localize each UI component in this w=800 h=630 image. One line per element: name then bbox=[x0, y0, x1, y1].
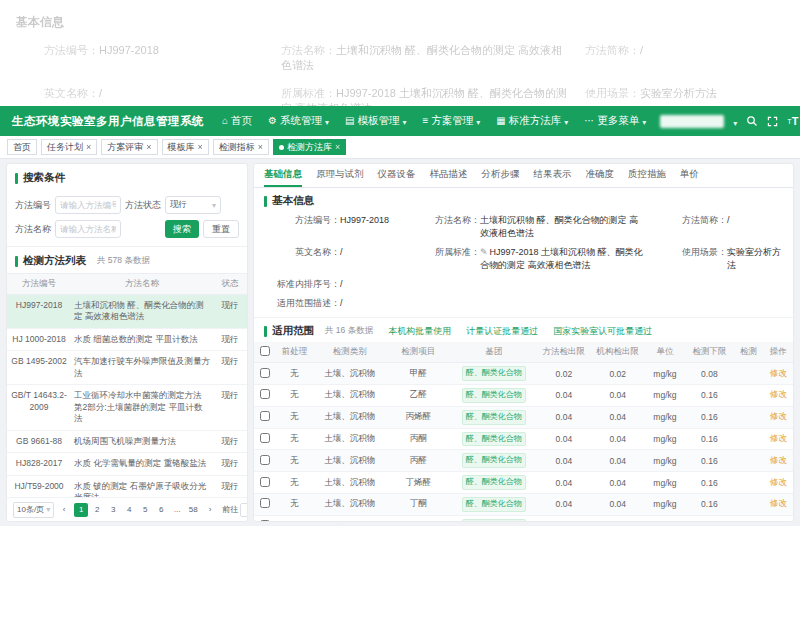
detect-cell bbox=[734, 428, 764, 450]
view-tab-label: 任务计划 bbox=[47, 141, 83, 154]
prev-page-button[interactable] bbox=[57, 503, 71, 517]
nav-menu-item[interactable]: ⋯ 更多菜单 bbox=[584, 114, 646, 128]
row-checkbox[interactable] bbox=[260, 498, 270, 508]
pagination: 10条/页 1 2 3 4 5 bbox=[7, 497, 247, 521]
batch-cma-link[interactable]: 计量认证批量通过 bbox=[466, 325, 538, 338]
group-cell: 醛、酮类化合物 bbox=[451, 450, 537, 472]
method-limit-cell: 0.04 bbox=[537, 494, 591, 516]
page-button[interactable]: 5 bbox=[138, 503, 152, 517]
fullscreen-icon[interactable] bbox=[767, 116, 778, 127]
method-name-label: 方法名称 bbox=[15, 223, 51, 236]
method-row[interactable]: GB 9661-88 机场周围飞机噪声测量方法 现行 bbox=[7, 431, 247, 453]
detail-tab[interactable]: 单价 bbox=[680, 164, 699, 187]
detail-tab[interactable]: 基础信息 bbox=[264, 164, 302, 187]
row-checkbox[interactable] bbox=[260, 477, 270, 487]
edit-link[interactable]: 修改 bbox=[770, 411, 787, 421]
method-status: 现行 bbox=[213, 476, 247, 497]
username-redacted[interactable] bbox=[660, 115, 724, 128]
method-code-input[interactable] bbox=[55, 196, 121, 214]
page-button[interactable]: 1 bbox=[74, 503, 88, 517]
detail-tab[interactable]: 分析步骤 bbox=[482, 164, 520, 187]
close-icon[interactable] bbox=[198, 142, 203, 152]
method-row[interactable]: HJ828-2017 水质 化学需氧量的测定 重铬酸盐法 现行 bbox=[7, 453, 247, 475]
batch-use-link[interactable]: 本机构批量使用 bbox=[388, 325, 451, 338]
edit-link[interactable]: 修改 bbox=[770, 498, 787, 508]
view-tab[interactable]: 方案评审 bbox=[101, 139, 157, 155]
view-tab[interactable]: 检测方法库 bbox=[273, 139, 346, 155]
detail-tab[interactable]: 仪器设备 bbox=[378, 164, 416, 187]
unit-cell: mg/kg bbox=[645, 428, 685, 450]
method-limit-cell: 0.04 bbox=[537, 450, 591, 472]
select-all-checkbox[interactable] bbox=[260, 346, 270, 356]
view-tab[interactable]: 检测指标 bbox=[213, 139, 269, 155]
page-button[interactable]: 58 bbox=[186, 503, 200, 517]
edit-link[interactable]: 修改 bbox=[770, 368, 787, 378]
close-icon[interactable] bbox=[335, 142, 340, 152]
item-cell: 乙醛 bbox=[386, 385, 451, 407]
row-checkbox[interactable] bbox=[260, 411, 270, 421]
method-row[interactable]: GB/T 14643.2-2009 工业循环冷却水中菌藻的测定方法 第2部分:土… bbox=[7, 385, 247, 430]
row-checkbox[interactable] bbox=[260, 389, 270, 399]
detail-tab[interactable]: 质控措施 bbox=[628, 164, 666, 187]
method-list-count: 共 578 条数据 bbox=[97, 255, 150, 267]
edit-link[interactable]: 修改 bbox=[770, 433, 787, 443]
detail-tab[interactable]: 准确度 bbox=[586, 164, 615, 187]
close-icon[interactable] bbox=[258, 142, 263, 152]
column-header: 前处理 bbox=[276, 342, 314, 363]
page-button[interactable]: 4 bbox=[122, 503, 136, 517]
goto-page-input[interactable] bbox=[240, 503, 248, 517]
group-cell: 醛、酮类化合物 bbox=[451, 363, 537, 385]
method-name-input[interactable] bbox=[55, 220, 121, 238]
action-cell: 修改 bbox=[763, 450, 793, 472]
detect-cell bbox=[734, 494, 764, 516]
page-button[interactable]: 2 bbox=[90, 503, 104, 517]
search-button[interactable]: 搜索 bbox=[165, 220, 199, 238]
item-cell: 丙酮 bbox=[386, 428, 451, 450]
row-checkbox[interactable] bbox=[260, 455, 270, 465]
item-cell: 丁烯醛 bbox=[386, 472, 451, 494]
edit-link[interactable]: 修改 bbox=[770, 477, 787, 487]
edit-link[interactable]: 修改 bbox=[770, 520, 787, 522]
edit-link[interactable]: 修改 bbox=[770, 455, 787, 465]
nav-menu-item[interactable]: ⚙ 系统管理 bbox=[268, 114, 329, 128]
column-header: 机构检出限 bbox=[591, 342, 645, 363]
nav-menu-item[interactable]: ⌂ 首页 bbox=[222, 114, 252, 128]
nav-menu-item[interactable]: ▤ 模板管理 bbox=[345, 114, 406, 128]
action-cell: 修改 bbox=[763, 515, 793, 522]
org-limit-cell: 0.04 bbox=[591, 428, 645, 450]
view-tab[interactable]: 首页 bbox=[7, 139, 37, 155]
nav-menu-item[interactable]: ▦ 标准方法库 bbox=[496, 114, 568, 128]
view-tab[interactable]: 任务计划 bbox=[41, 139, 97, 155]
row-checkbox[interactable] bbox=[260, 520, 270, 522]
page-button[interactable]: ... bbox=[170, 503, 184, 517]
pretreatment-cell: 无 bbox=[276, 472, 314, 494]
detail-tab[interactable]: 原理与试剂 bbox=[316, 164, 364, 187]
method-row[interactable]: HJ997-2018 土壤和沉积物 醛、酮类化合物的测定 高效液相色谱法 现行 bbox=[7, 295, 247, 329]
method-code: HJ 1000-2018 bbox=[7, 329, 71, 350]
font-size-icon[interactable] bbox=[787, 115, 798, 127]
view-tab[interactable]: 模板库 bbox=[162, 139, 209, 155]
page-button[interactable]: 3 bbox=[106, 503, 120, 517]
method-name: 工业循环冷却水中菌藻的测定方法 第2部分:土壤菌群的测定 平皿计数法 bbox=[71, 385, 213, 429]
method-row[interactable]: HJ/T59-2000 水质 铍的测定 石墨炉原子吸收分光光度法 现行 bbox=[7, 476, 247, 497]
method-list-header: 检测方法列表 共 578 条数据 bbox=[7, 247, 247, 273]
detail-tab[interactable]: 结果表示 bbox=[534, 164, 572, 187]
search-icon[interactable] bbox=[746, 115, 758, 127]
edit-link[interactable]: 修改 bbox=[770, 389, 787, 399]
next-page-button[interactable] bbox=[203, 503, 217, 517]
close-icon[interactable] bbox=[146, 142, 151, 152]
row-checkbox[interactable] bbox=[260, 368, 270, 378]
nav-menu-item[interactable]: ≡ 方案管理 bbox=[423, 114, 481, 128]
method-row[interactable]: GB 1495-2002 汽车加速行驶车外噪声限值及测量方法 现行 bbox=[7, 351, 247, 385]
page-button[interactable]: 6 bbox=[154, 503, 168, 517]
method-row[interactable]: HJ 1000-2018 水质 细菌总数的测定 平皿计数法 现行 bbox=[7, 329, 247, 351]
detail-tab[interactable]: 样品描述 bbox=[430, 164, 468, 187]
method-status-select[interactable]: 现行 bbox=[165, 196, 221, 214]
close-icon[interactable] bbox=[86, 142, 91, 152]
batch-cnas-link[interactable]: 国家实验室认可批量通过 bbox=[553, 325, 652, 338]
page-size-select[interactable]: 10条/页 bbox=[13, 502, 54, 518]
org-limit-cell: 0.04 bbox=[591, 406, 645, 428]
ghost-field: 方法名称：土壤和沉积物 醛、酮类化合物的测定 高效液相色谱法 bbox=[281, 43, 573, 73]
row-checkbox[interactable] bbox=[260, 433, 270, 443]
reset-button[interactable]: 重置 bbox=[203, 220, 239, 238]
